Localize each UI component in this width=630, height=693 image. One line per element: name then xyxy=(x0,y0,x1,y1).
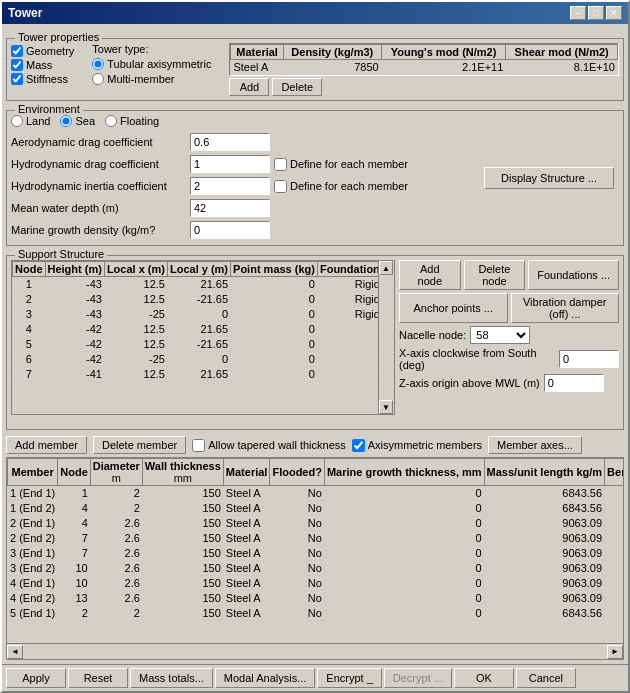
mem-cell-wall: 150 xyxy=(142,591,223,606)
member-axes-button[interactable]: Member axes... xyxy=(488,436,582,454)
sea-radio-row: Sea xyxy=(60,115,95,127)
member-horizontal-scrollbar[interactable]: ◄ ► xyxy=(7,643,623,659)
multimember-radio[interactable] xyxy=(92,73,104,85)
hydro-inertia-row: Hydrodynamic inertia coefficient Define … xyxy=(11,177,471,195)
mem-cell-mass: 9063.09 xyxy=(484,591,605,606)
sea-radio[interactable] xyxy=(60,115,72,127)
sup-cell-node: 5 xyxy=(13,337,46,352)
axisymmetric-checkbox[interactable] xyxy=(352,439,365,452)
marine-growth-input[interactable] xyxy=(190,221,270,239)
mem-cell-node: 1 xyxy=(58,486,91,501)
water-depth-row: Mean water depth (m) xyxy=(11,199,471,217)
land-radio[interactable] xyxy=(11,115,23,127)
display-structure-button[interactable]: Display Structure ... xyxy=(484,167,614,189)
add-material-button[interactable]: Add xyxy=(229,78,269,96)
decrypt-button[interactable]: Decrypt ... xyxy=(384,668,452,688)
land-radio-row: Land xyxy=(11,115,50,127)
mem-cell-bending: 1.826E+ xyxy=(605,561,623,576)
scroll-right-button[interactable]: ► xyxy=(607,645,623,659)
environment-group: Environment Land Sea xyxy=(6,110,624,246)
cancel-button[interactable]: Cancel xyxy=(516,668,576,688)
geometry-checkbox[interactable] xyxy=(11,45,23,57)
sup-cell-pointmass: 0 xyxy=(231,307,318,322)
marine-growth-label: Marine growth density (kg/m? xyxy=(11,224,186,236)
scroll-up-button[interactable]: ▲ xyxy=(379,261,393,275)
floating-label: Floating xyxy=(120,115,159,127)
tubular-radio[interactable] xyxy=(92,58,104,70)
mem-header-node: Node xyxy=(58,459,91,486)
mem-cell-mat: Steel A xyxy=(223,531,270,546)
define-member-check-1[interactable] xyxy=(274,158,287,171)
sup-header-pointmass: Point mass (kg) xyxy=(231,262,318,277)
mem-cell-flooded: No xyxy=(270,501,325,516)
hydro-drag-input[interactable] xyxy=(190,155,270,173)
mass-label: Mass xyxy=(26,59,52,71)
define-member-label-1: Define for each member xyxy=(290,158,408,170)
scroll-down-button[interactable]: ▼ xyxy=(379,400,393,414)
sup-cell-foundation xyxy=(317,337,378,352)
x-axis-input[interactable] xyxy=(559,350,619,368)
mem-cell-marine: 0 xyxy=(324,531,484,546)
aero-drag-input[interactable] xyxy=(190,133,270,151)
mem-cell-member: 1 (End 2) xyxy=(8,501,58,516)
mem-cell-marine: 0 xyxy=(324,486,484,501)
sup-cell-height: -43 xyxy=(45,307,104,322)
encrypt-button[interactable]: Encrypt _ xyxy=(317,668,381,688)
sup-cell-node: 3 xyxy=(13,307,46,322)
sup-cell-localy: 0 xyxy=(167,352,230,367)
display-structure-area: Display Structure ... xyxy=(479,115,619,241)
tower-properties-label: Tower properties xyxy=(15,31,102,43)
vibration-damper-button[interactable]: Vibration damper (off) ... xyxy=(511,293,620,323)
mem-cell-bending: 1.826E+ xyxy=(605,516,623,531)
delete-node-button[interactable]: Delete node xyxy=(464,260,526,290)
support-scrollbar: ▲ ▼ xyxy=(378,261,394,414)
mass-totals-button[interactable]: Mass totals... xyxy=(130,668,213,688)
sup-header-foundation: Foundation xyxy=(317,262,378,277)
delete-member-button[interactable]: Delete member xyxy=(93,436,186,454)
sup-cell-localy: 21.65 xyxy=(167,322,230,337)
minimize-button[interactable]: ─ xyxy=(570,6,586,20)
define-member-check-2[interactable] xyxy=(274,180,287,193)
mem-cell-wall: 150 xyxy=(142,486,223,501)
reset-button[interactable]: Reset xyxy=(68,668,128,688)
add-node-button[interactable]: Add node xyxy=(399,260,461,290)
stiffness-checkbox[interactable] xyxy=(11,73,23,85)
allow-tapered-checkbox[interactable] xyxy=(192,439,205,452)
mem-header-member: Member xyxy=(8,459,58,486)
geometry-checkbox-row: Geometry xyxy=(11,45,74,57)
close-button[interactable]: ✕ xyxy=(606,6,622,20)
mem-cell-node: 4 xyxy=(58,501,91,516)
sup-cell-foundation xyxy=(317,367,378,382)
mem-cell-diam: 2.6 xyxy=(90,591,142,606)
z-axis-input[interactable] xyxy=(544,374,604,392)
member-table-scroll[interactable]: Member Node Diameterm Wall thicknessmm M… xyxy=(7,458,623,643)
hydro-inertia-label: Hydrodynamic inertia coefficient xyxy=(11,180,186,192)
floating-radio[interactable] xyxy=(105,115,117,127)
add-member-button[interactable]: Add member xyxy=(6,436,87,454)
mem-cell-mass: 6843.56 xyxy=(484,486,605,501)
apply-button[interactable]: Apply xyxy=(6,668,66,688)
tower-properties-group: Tower properties Geometry Mass Stiffness xyxy=(6,38,624,101)
delete-material-button[interactable]: Delete xyxy=(272,78,322,96)
mem-cell-diam: 2.6 xyxy=(90,576,142,591)
mat-header-density: Density (kg/m3) xyxy=(283,45,381,60)
scroll-left-button[interactable]: ◄ xyxy=(7,645,23,659)
sup-cell-pointmass: 0 xyxy=(231,352,318,367)
mem-cell-member: 5 (End 1) xyxy=(8,606,58,621)
sup-cell-node: 4 xyxy=(13,322,46,337)
scroll-track xyxy=(379,275,394,400)
water-depth-input[interactable] xyxy=(190,199,270,217)
hydro-inertia-input[interactable] xyxy=(190,177,270,195)
modal-analysis-button[interactable]: Modal Analysis... xyxy=(215,668,316,688)
anchor-points-button[interactable]: Anchor points ... xyxy=(399,293,508,323)
nacelle-node-dropdown[interactable]: 58 xyxy=(470,326,530,344)
env-type-radios: Land Sea Floating xyxy=(11,115,471,127)
mem-cell-marine: 0 xyxy=(324,561,484,576)
foundations-button[interactable]: Foundations ... xyxy=(528,260,619,290)
mem-cell-flooded: No xyxy=(270,591,325,606)
mem-cell-member: 3 (End 2) xyxy=(8,561,58,576)
ok-button[interactable]: OK xyxy=(454,668,514,688)
mem-cell-mass: 6843.56 xyxy=(484,606,605,621)
maximize-button[interactable]: □ xyxy=(588,6,604,20)
mass-checkbox[interactable] xyxy=(11,59,23,71)
